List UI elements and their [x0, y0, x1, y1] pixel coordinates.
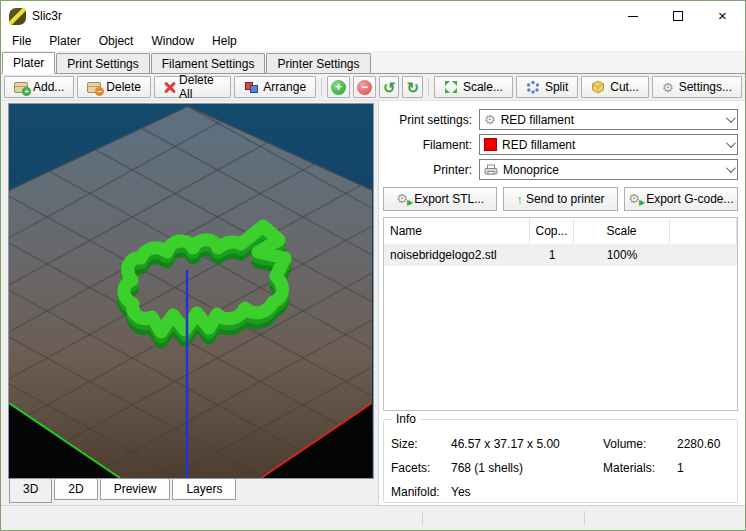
menu-file[interactable]: File	[3, 32, 40, 50]
slic3r-window: Slic3r × File Plater Object Window Help …	[0, 0, 746, 531]
settings-button[interactable]: ⚙ Settings...	[652, 76, 742, 98]
column-header-copies[interactable]: Cop...	[530, 218, 574, 244]
object-scale-cell: 100%	[574, 248, 670, 262]
add-button[interactable]: + Add...	[4, 76, 74, 98]
object-name-cell: noisebridgelogo2.stl	[384, 248, 530, 262]
export-stl-button[interactable]: ⚙▶ Export STL...	[383, 187, 497, 211]
send-to-printer-label: Send to printer	[526, 192, 605, 206]
maximize-button[interactable]	[655, 1, 700, 31]
printer-label: Printer:	[383, 163, 479, 177]
materials-value: 1	[677, 461, 733, 475]
tab-plater[interactable]: Plater	[2, 52, 55, 74]
rotate-ccw-button[interactable]: ↺	[379, 76, 400, 98]
cut-label: Cut...	[610, 80, 639, 94]
send-to-printer-button[interactable]: ↑ Send to printer	[503, 187, 617, 211]
minus-icon: −	[357, 80, 372, 95]
chevron-down-icon	[726, 138, 736, 148]
viewtab-3d[interactable]: 3D	[9, 479, 52, 503]
menubar: File Plater Object Window Help	[1, 31, 745, 52]
object-list-header: Name Cop... Scale	[384, 218, 737, 244]
arrange-icon	[244, 81, 258, 93]
materials-label: Materials:	[603, 461, 677, 475]
toolbar-separator	[428, 78, 429, 96]
rotate-cw-icon: ↻	[406, 80, 419, 95]
upload-arrow-icon: ↑	[516, 192, 523, 207]
printer-icon	[484, 164, 498, 176]
window-title: Slic3r	[32, 9, 610, 23]
plater-toolbar: + Add... − Delete Delete All Arrange + −…	[1, 74, 745, 101]
gear-icon: ⚙	[662, 81, 674, 94]
scale-button[interactable]: Scale...	[434, 76, 513, 98]
volume-label: Volume:	[603, 437, 677, 451]
close-icon: ×	[718, 11, 727, 21]
tab-print-settings[interactable]: Print Settings	[56, 53, 149, 73]
cut-icon	[591, 80, 605, 94]
column-header-scale[interactable]: Scale	[574, 218, 670, 244]
scale-label: Scale...	[463, 80, 503, 94]
printer-value: Monoprice	[503, 163, 559, 177]
settings-panel: Print settings: ⚙ RED fillament Filament…	[378, 101, 745, 505]
column-header-name[interactable]: Name	[384, 218, 530, 244]
rotate-cw-button[interactable]: ↻	[402, 76, 423, 98]
menu-object[interactable]: Object	[90, 32, 143, 50]
info-groupbox: Info Size: 46.57 x 37.17 x 5.00 Volume: …	[383, 419, 738, 503]
filament-label: Filament:	[383, 138, 479, 152]
menu-plater[interactable]: Plater	[40, 32, 89, 50]
add-object-icon: +	[14, 82, 28, 93]
chevron-down-icon	[726, 113, 736, 123]
delete-object-icon: −	[87, 82, 101, 93]
viewtab-preview[interactable]: Preview	[100, 479, 171, 500]
export-stl-label: Export STL...	[414, 192, 484, 206]
print-settings-combobox[interactable]: ⚙ RED fillament	[479, 109, 738, 130]
facets-value: 768 (1 shells)	[451, 461, 603, 475]
fewer-copies-button[interactable]: −	[353, 76, 376, 98]
rotate-ccw-icon: ↺	[383, 80, 396, 95]
size-value: 46.57 x 37.17 x 5.00	[451, 437, 603, 451]
split-button[interactable]: Split	[516, 76, 578, 98]
manifold-value: Yes	[451, 485, 733, 499]
delete-label: Delete	[106, 80, 141, 94]
delete-all-icon	[164, 81, 174, 93]
menu-help[interactable]: Help	[203, 32, 246, 50]
table-row[interactable]: noisebridgelogo2.stl 1 100%	[384, 244, 737, 266]
filament-color-swatch	[484, 138, 497, 151]
size-label: Size:	[391, 437, 451, 451]
filament-combobox[interactable]: RED fillament	[479, 134, 738, 155]
print-settings-value: RED fillament	[501, 113, 574, 127]
facets-label: Facets:	[391, 461, 451, 475]
statusbar-divider	[422, 511, 423, 525]
viewport-column: 3D 2D Preview Layers	[1, 101, 378, 505]
viewport-canvas	[9, 104, 373, 478]
export-stl-icon: ⚙▶	[396, 192, 411, 206]
tab-printer-settings[interactable]: Printer Settings	[266, 53, 370, 73]
close-button[interactable]: ×	[700, 1, 745, 31]
gear-icon: ⚙	[484, 113, 496, 126]
more-copies-button[interactable]: +	[327, 76, 350, 98]
minimize-icon	[628, 16, 638, 17]
toolbar-separator	[321, 78, 322, 96]
object-list: Name Cop... Scale noisebridgelogo2.stl 1…	[383, 217, 738, 411]
menu-window[interactable]: Window	[142, 32, 203, 50]
viewtab-2d[interactable]: 2D	[54, 479, 97, 500]
split-label: Split	[545, 80, 568, 94]
printer-combobox[interactable]: Monoprice	[479, 159, 738, 180]
delete-button[interactable]: − Delete	[77, 76, 151, 98]
split-icon	[526, 80, 540, 94]
maximize-icon	[673, 11, 683, 21]
filament-value: RED fillament	[502, 138, 575, 152]
viewport-3d[interactable]	[8, 103, 374, 479]
add-label: Add...	[33, 80, 64, 94]
minimize-button[interactable]	[610, 1, 655, 31]
arrange-label: Arrange	[263, 80, 306, 94]
export-gcode-button[interactable]: ⚙▶ Export G-code...	[624, 187, 738, 211]
delete-all-button[interactable]: Delete All	[154, 76, 231, 98]
cut-button[interactable]: Cut...	[581, 76, 649, 98]
titlebar: Slic3r ×	[1, 1, 745, 31]
manifold-label: Manifold:	[391, 485, 451, 499]
arrange-button[interactable]: Arrange	[234, 76, 316, 98]
viewtab-layers[interactable]: Layers	[172, 479, 236, 500]
delete-all-label: Delete All	[179, 73, 221, 101]
export-gcode-label: Export G-code...	[646, 192, 733, 206]
tab-filament-settings[interactable]: Filament Settings	[151, 53, 266, 73]
settings-label: Settings...	[679, 80, 732, 94]
